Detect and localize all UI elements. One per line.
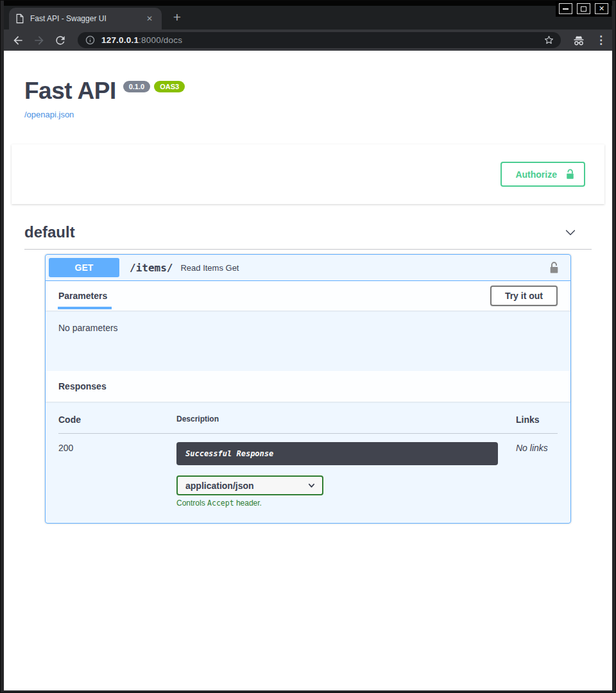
oas3-badge: OAS3 (154, 81, 185, 92)
window-controls: ✕ (556, 1, 612, 17)
operation-summary[interactable]: GET /items/ Read Items Get (46, 255, 570, 281)
accept-note-suffix: header. (234, 499, 262, 508)
parameters-header: Parameters Try it out (46, 281, 570, 311)
select-chevron-icon (307, 481, 316, 490)
no-parameters-text: No parameters (58, 323, 118, 333)
window-titlebar (4, 1, 612, 6)
authorize-button[interactable]: Authorize (501, 162, 585, 187)
opblock-get-items: GET /items/ Read Items Get Parameters Tr… (45, 254, 571, 524)
tab-strip: Fast API - Swagger UI ✕ + (4, 6, 612, 30)
response-links-cell: No links (516, 434, 558, 508)
minimize-icon (563, 8, 569, 10)
forward-arrow-icon (33, 34, 46, 47)
api-badges: 0.1.0 OAS3 (123, 81, 185, 92)
media-type-value: application/json (185, 481, 254, 491)
column-header-links: Links (516, 415, 558, 434)
info-icon[interactable] (85, 35, 95, 45)
responses-table: Code Description Links 200 Successful Re… (58, 415, 558, 508)
swagger-page: Fast API 0.1.0 OAS3 /openapi.json Author… (4, 51, 612, 690)
responses-body: Code Description Links 200 Successful Re… (46, 402, 570, 523)
incognito-icon (571, 33, 586, 47)
bookmark-star-icon[interactable] (543, 35, 554, 46)
close-window-button[interactable]: ✕ (595, 3, 608, 14)
back-arrow-icon (12, 34, 24, 47)
browser-window: ✕ Fast API - Swagger UI ✕ + 127.0.0.1:80… (0, 0, 616, 693)
authorize-label: Authorize (515, 169, 557, 180)
tab-parameters[interactable]: Parameters (58, 291, 107, 301)
new-tab-button[interactable]: + (169, 10, 185, 26)
api-info: Fast API 0.1.0 OAS3 /openapi.json (4, 51, 612, 120)
parameters-body: No parameters (46, 311, 570, 371)
operation-auth-button[interactable] (549, 261, 560, 275)
browser-menu-icon[interactable]: ⋮ (595, 33, 604, 47)
maximize-icon (581, 6, 586, 12)
method-badge-get: GET (49, 258, 119, 277)
operation-path: /items/ (130, 262, 173, 274)
accept-note-prefix: Controls (176, 499, 207, 508)
response-code-cell: 200 (58, 434, 176, 508)
accept-note-code: Accept (207, 499, 234, 508)
document-icon (15, 13, 24, 24)
tag-header-default[interactable]: default (24, 221, 592, 250)
tab-close-icon[interactable]: ✕ (144, 13, 155, 24)
openapi-spec-link[interactable]: /openapi.json (24, 110, 74, 119)
accept-header-note: Controls Accept header. (176, 499, 516, 508)
version-badge: 0.1.0 (123, 81, 150, 92)
column-header-code: Code (58, 415, 176, 434)
response-code: 200 (58, 443, 73, 453)
url-path: :8000/docs (139, 35, 182, 45)
minimize-button[interactable] (559, 3, 572, 14)
reload-button[interactable] (54, 34, 67, 47)
column-header-description: Description (176, 415, 516, 434)
responses-header: Responses (46, 371, 570, 402)
operation-summary-text: Read Items Get (180, 263, 239, 273)
url-bar[interactable]: 127.0.0.1:8000/docs (78, 32, 561, 48)
response-links: No links (516, 443, 548, 453)
close-icon: ✕ (599, 4, 604, 13)
chevron-down-icon[interactable] (563, 225, 578, 239)
maximize-button[interactable] (577, 3, 590, 14)
tab-title: Fast API - Swagger UI (30, 14, 144, 23)
url-text: 127.0.0.1:8000/docs (101, 35, 182, 45)
url-host: 127.0.0.1 (101, 35, 139, 45)
response-description-cell: Successful Response application/json Con… (176, 434, 516, 508)
media-type-select[interactable]: application/json (176, 475, 323, 495)
try-it-out-button[interactable]: Try it out (490, 286, 558, 306)
browser-tab[interactable]: Fast API - Swagger UI ✕ (9, 8, 162, 30)
reload-icon (54, 34, 67, 47)
tag-section-default: default GET /items/ Read Items Get (24, 221, 592, 524)
response-description-text: Successful Response (185, 449, 273, 458)
forward-button[interactable] (33, 34, 46, 47)
tag-name: default (24, 223, 75, 241)
unlock-icon (565, 168, 575, 180)
unlocked-padlock-icon (549, 261, 560, 275)
scheme-container: Authorize (12, 144, 604, 204)
page-title: Fast API (24, 79, 116, 103)
back-button[interactable] (12, 34, 24, 47)
responses-title: Responses (58, 381, 107, 391)
response-description-box: Successful Response (176, 442, 498, 465)
browser-toolbar: 127.0.0.1:8000/docs ⋮ (4, 30, 612, 51)
